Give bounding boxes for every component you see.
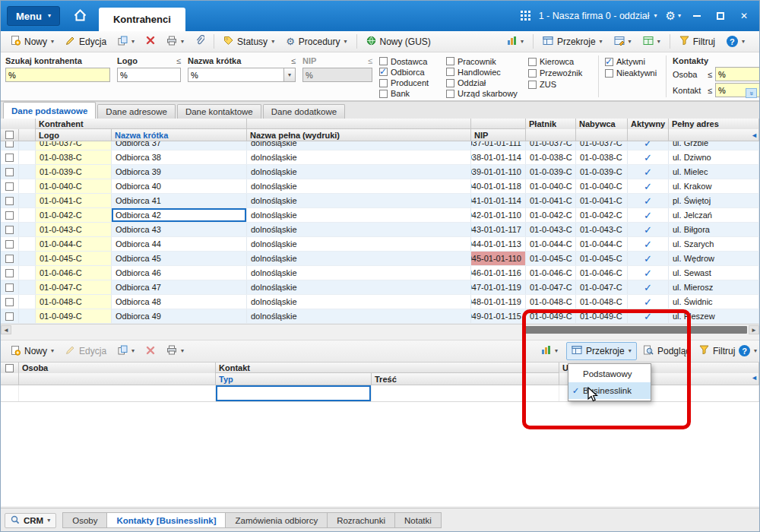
copy-button[interactable]: ▾ [112, 33, 140, 51]
filter-checkbox-handlowiec[interactable]: Handlowiec [446, 67, 525, 77]
cell-aktywny[interactable]: ✓ [628, 150, 669, 164]
cell-pelny-adres[interactable]: ul. Świdnic [669, 295, 759, 309]
bottom-edycja-button[interactable]: Edycja [60, 342, 112, 360]
cell-nazwa-pelna[interactable]: dolnośląskie [247, 252, 471, 265]
grid-row[interactable]: 01-0-047-COdbiorca 47dolnośląskie047-01-… [1, 280, 759, 295]
cell-logo[interactable]: 01-0-046-C [36, 266, 112, 280]
cell-platnik[interactable]: 01-0-040-C [526, 179, 576, 193]
cell-logo[interactable]: 01-0-049-C [36, 309, 112, 323]
tab-dane-dodatkowe[interactable]: Dane dodatkowe [263, 104, 345, 119]
cell-nazwa-krotka[interactable]: Odbiorca 37 [112, 141, 247, 150]
row-checkbox[interactable] [1, 179, 19, 193]
cell-aktywny[interactable]: ✓ [628, 141, 669, 150]
filter-checkbox-aktywni[interactable]: Aktywni [605, 56, 663, 67]
cell-nip[interactable]: 049-01-01-115 [471, 309, 526, 323]
minimize-button[interactable] [689, 9, 705, 23]
filter-checkbox-bank[interactable]: Bank [379, 89, 443, 99]
cell-platnik[interactable]: 01-0-037-C [526, 141, 576, 150]
row-checkbox[interactable] [1, 309, 19, 323]
filter-expand-button[interactable]: » [746, 88, 757, 98]
cell-nabywca[interactable]: 01-0-049-C [576, 309, 628, 323]
module-tab-kontrahenci[interactable]: Kontrahenci [99, 8, 185, 31]
cell-nip[interactable]: 043-01-01-117 [471, 223, 526, 236]
select-all-checkbox[interactable] [5, 131, 14, 139]
help-button[interactable]: ? ▾ [721, 33, 750, 50]
delete-button[interactable] [141, 33, 160, 50]
szukaj-kontrahenta-input[interactable] [5, 68, 110, 82]
nazwa-krotka-input[interactable] [188, 68, 283, 82]
view-settings-button[interactable]: ▾ [638, 33, 666, 51]
grid-row[interactable]: 01-0-045-COdbiorca 45dolnośląskie045-01-… [1, 252, 759, 266]
grid-row[interactable]: 01-0-041-COdbiorca 41dolnośląskie041-01-… [1, 194, 759, 208]
filter-checkbox-kierowca[interactable]: Kierowca [528, 56, 595, 67]
column-header-nazwa-pelna[interactable]: Nazwa pełna (wydruki) [247, 129, 471, 141]
cell-nip[interactable]: 037-01-01-111 [471, 141, 526, 150]
grid-row[interactable]: 01-0-039-COdbiorca 39dolnośląskie039-01-… [1, 165, 759, 179]
cell-nabywca[interactable]: 01-0-040-C [576, 179, 628, 193]
nazwa-krotka-operator-button[interactable]: ≤ [291, 56, 296, 65]
cell-pelny-adres[interactable]: ul. Dziwno [669, 150, 759, 164]
edycja-button[interactable]: Edycja [60, 33, 112, 51]
column-header-pelny-adres[interactable]: Pełny adres [669, 119, 759, 129]
row-checkbox[interactable] [1, 237, 19, 251]
cell-nazwa-pelna[interactable]: dolnośląskie [247, 208, 471, 222]
scrollbar-thumb[interactable] [525, 326, 747, 334]
view-edit-button[interactable]: ▾ [609, 33, 637, 51]
crm-selector[interactable]: CRM ▾ [5, 513, 56, 528]
bottom-przekroje-button[interactable]: Przekroje ▾ [566, 342, 637, 360]
attachment-button[interactable] [190, 32, 210, 51]
menu-item-businesslink[interactable]: ✓Businesslink [568, 382, 651, 399]
bottom-tab-osoby[interactable]: Osoby [62, 512, 107, 528]
cell-nabywca[interactable]: 01-0-039-C [576, 165, 628, 179]
column-header-typ[interactable]: Typ [216, 373, 372, 385]
filtruj-button[interactable]: Filtruj [674, 33, 720, 50]
column-header-platnik[interactable]: Płatnik [526, 119, 576, 129]
row-checkbox[interactable] [1, 223, 19, 236]
row-checkbox[interactable] [1, 194, 19, 207]
osoba-filter-input[interactable] [715, 67, 760, 81]
cell-logo[interactable]: 01-0-040-C [36, 179, 112, 193]
grid-row[interactable]: 01-0-037-COdbiorca 37dolnośląskie037-01-… [1, 141, 759, 150]
cell-nabywca[interactable]: 01-0-046-C [576, 266, 628, 280]
cell-nazwa-krotka[interactable]: Odbiorca 40 [112, 179, 247, 193]
cell-nazwa-pelna[interactable]: dolnośląskie [247, 194, 471, 207]
row-checkbox[interactable] [1, 280, 19, 294]
cell-nazwa-pelna[interactable]: dolnośląskie [247, 309, 471, 323]
scroll-left-arrow[interactable]: ◄ [1, 325, 11, 334]
column-group-kontakt[interactable]: Kontakt [216, 363, 559, 373]
cell-aktywny[interactable]: ✓ [628, 266, 669, 280]
filter-checkbox-producent[interactable]: Producent [379, 78, 443, 88]
grid-columns-scroll-left-button[interactable]: ◄ [751, 131, 758, 139]
podglad-button[interactable]: Podgląd [638, 342, 696, 360]
przekroje-button[interactable]: Przekroje ▾ [537, 33, 608, 51]
grid-horizontal-scrollbar[interactable]: ◄ ► [1, 324, 759, 334]
company-selector[interactable]: 1 - Nasza firma 0 - oddział ▾ [539, 11, 657, 21]
cell-nazwa-pelna[interactable]: dolnośląskie [247, 150, 471, 164]
filter-checkbox-zus[interactable]: ZUS [528, 79, 595, 90]
close-button[interactable]: ✕ [736, 9, 752, 23]
grid-row[interactable]: 01-0-048-COdbiorca 48dolnośląskie048-01-… [1, 295, 759, 309]
cell-nazwa-pelna[interactable]: dolnośląskie [247, 179, 471, 193]
cell-nazwa-krotka[interactable]: Odbiorca 46 [112, 266, 247, 280]
focused-cell-typ[interactable] [216, 385, 372, 401]
apps-grid-icon[interactable] [520, 10, 530, 23]
cell-logo[interactable]: 01-0-039-C [36, 165, 112, 179]
tab-dane-adresowe[interactable]: Dane adresowe [97, 104, 176, 119]
cell-pelny-adres[interactable]: ul. Szarych [669, 237, 759, 251]
cell-pelny-adres[interactable]: ul. Krakow [669, 179, 759, 193]
menu-button[interactable]: Menu ▾ [7, 6, 60, 26]
cell-logo[interactable]: 01-0-048-C [36, 295, 112, 309]
print-button[interactable]: ▾ [161, 33, 189, 51]
filter-checkbox-nieaktywni[interactable]: Nieaktywni [605, 68, 663, 78]
cell-nazwa-pelna[interactable]: dolnośląskie [247, 266, 471, 280]
filter-checkbox-dostawca[interactable]: Dostawca [379, 56, 443, 66]
cell-platnik[interactable]: 01-0-044-C [526, 237, 576, 251]
filter-checkbox-oddział[interactable]: Oddział [446, 78, 525, 88]
cell-nazwa-pelna[interactable]: dolnośląskie [247, 165, 471, 179]
bottom-tab-notatki[interactable]: Notatki [395, 512, 442, 528]
cell-nazwa-krotka[interactable]: Odbiorca 39 [112, 165, 247, 179]
cell-platnik[interactable]: 01-0-047-C [526, 280, 576, 294]
cell-pelny-adres[interactable]: ul. Wędrow [669, 252, 759, 265]
cell-platnik[interactable]: 01-0-046-C [526, 266, 576, 280]
bottom-print-button[interactable]: ▾ [161, 342, 189, 360]
